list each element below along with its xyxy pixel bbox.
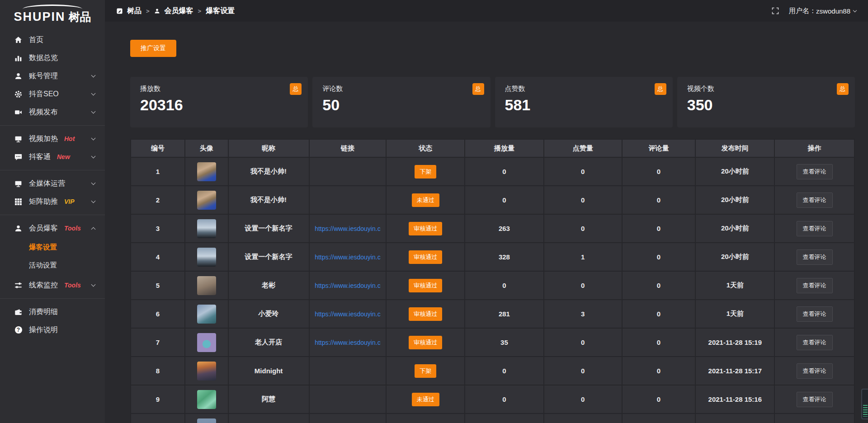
sidebar-item-douyin-seo[interactable]: 抖音SEO bbox=[0, 85, 105, 103]
chevron-down-icon bbox=[91, 91, 96, 95]
sidebar-item-member-baoke[interactable]: 会员爆客 Tools bbox=[0, 219, 105, 237]
view-comments-button[interactable]: 查看评论 bbox=[797, 363, 833, 379]
row-likes: 0 bbox=[544, 385, 623, 414]
sidebar-item-label: 矩阵助推 bbox=[29, 197, 58, 207]
status-badge: 审核通过 bbox=[409, 336, 442, 349]
sidebar-item-matrix-boost[interactable]: 矩阵助推 VIP bbox=[0, 193, 105, 211]
sidebar-item-home[interactable]: 首页 bbox=[0, 31, 105, 49]
member-icon bbox=[14, 225, 22, 232]
sidebar-subitem-baoke-settings[interactable]: 爆客设置 bbox=[0, 238, 105, 256]
sidebar-item-video-publish[interactable]: 视频发布 bbox=[0, 103, 105, 121]
total-badge: 总 bbox=[472, 83, 484, 95]
chevron-down-icon bbox=[91, 73, 96, 77]
row-likes bbox=[544, 414, 623, 423]
stat-card-comments: 评论数 50 总 bbox=[312, 77, 490, 127]
sidebar-item-label: 抖客通 bbox=[29, 152, 51, 162]
column-header: 播放量 bbox=[465, 140, 544, 158]
fullscreen-icon[interactable] bbox=[772, 7, 779, 14]
row-time: 20小时前 bbox=[696, 243, 775, 272]
view-comments-button[interactable]: 查看评论 bbox=[797, 221, 833, 236]
row-nickname: 阿慧 bbox=[229, 385, 310, 414]
chevron-down-icon bbox=[91, 198, 96, 203]
row-link[interactable]: https://www.iesdouyin.c bbox=[315, 310, 381, 318]
sidebar-item-label: 视频发布 bbox=[29, 108, 58, 117]
row-id: 2 bbox=[131, 186, 185, 215]
row-link[interactable]: https://www.iesdouyin.c bbox=[315, 282, 381, 289]
row-id: 6 bbox=[131, 300, 185, 329]
sidebar-item-account[interactable]: 账号管理 bbox=[0, 67, 105, 85]
sidebar-item-label: 账号管理 bbox=[29, 71, 58, 81]
avatar bbox=[197, 162, 216, 181]
breadcrumb-item-root[interactable]: 树品 bbox=[127, 6, 142, 16]
table-header-row: 编号 头像 昵称 链接 状态 播放量 点赞量 评论量 发布时间 操作 bbox=[131, 140, 855, 158]
sidebar-item-consumption[interactable]: 消费明细 bbox=[0, 303, 105, 321]
sidebar-item-clue-monitor[interactable]: 线索监控 Tools bbox=[0, 276, 105, 294]
sidebar-item-douketong[interactable]: 抖客通 New bbox=[0, 148, 105, 166]
row-link[interactable]: https://www.iesdouyin.c bbox=[315, 339, 381, 346]
status-badge: 下架 bbox=[415, 165, 436, 179]
view-comments-button[interactable]: 查看评论 bbox=[797, 249, 833, 265]
sidebar-item-instructions[interactable]: ? 操作说明 bbox=[0, 321, 105, 339]
row-nickname: 设置一个新名字 bbox=[229, 215, 310, 243]
row-id: 8 bbox=[131, 357, 185, 385]
row-comments: 0 bbox=[623, 215, 696, 243]
row-comments: 0 bbox=[623, 158, 696, 186]
table-row: 2 我不是小帅! 未通过 0 0 0 20小时前 查看评论 bbox=[131, 186, 855, 215]
row-avatar-cell bbox=[185, 243, 229, 272]
sidebar-item-label: 首页 bbox=[29, 35, 43, 45]
breadcrumb-item-section[interactable]: 会员爆客 bbox=[165, 6, 193, 16]
row-id: 1 bbox=[131, 158, 185, 186]
view-comments-button[interactable]: 查看评论 bbox=[797, 193, 833, 208]
column-header: 状态 bbox=[387, 140, 465, 158]
table-row: 1 我不是小帅! 下架 0 0 0 20小时前 查看评论 bbox=[131, 158, 855, 186]
table-row: 6 小爱玲 https://www.iesdouyin.c 审核通过 281 3… bbox=[131, 300, 855, 329]
row-id: 7 bbox=[131, 329, 185, 357]
promo-settings-button[interactable]: 推广设置 bbox=[130, 40, 176, 57]
row-avatar-cell bbox=[185, 272, 229, 300]
row-link[interactable]: https://www.iesdouyin.c bbox=[315, 254, 381, 261]
monitor-icon bbox=[14, 135, 22, 143]
row-comments: 0 bbox=[623, 300, 696, 329]
stat-card-plays: 播放数 20316 总 bbox=[130, 77, 308, 127]
row-plays: 263 bbox=[465, 215, 544, 243]
sidebar-subitem-activity-settings[interactable]: 活动设置 bbox=[0, 256, 105, 274]
status-badge: 下架 bbox=[415, 364, 436, 378]
row-time: 2021-11-28 15:16 bbox=[696, 385, 775, 414]
sidebar-item-video-heat[interactable]: 视频加热 Hot bbox=[0, 130, 105, 148]
view-comments-button[interactable]: 查看评论 bbox=[797, 164, 833, 179]
row-comments: 0 bbox=[623, 272, 696, 300]
view-comments-button[interactable]: 查看评论 bbox=[797, 278, 833, 293]
table-body: 1 我不是小帅! 下架 0 0 0 20小时前 查看评论 2 我不是小帅! 未通… bbox=[131, 158, 855, 423]
floating-widget[interactable] bbox=[861, 389, 868, 419]
view-comments-button[interactable]: 查看评论 bbox=[797, 392, 833, 407]
column-header: 评论量 bbox=[623, 140, 696, 158]
avatar bbox=[197, 248, 216, 267]
stat-value: 350 bbox=[687, 96, 845, 114]
view-comments-button[interactable]: 查看评论 bbox=[797, 306, 833, 322]
sidebar-item-media-ops[interactable]: 全媒体运营 bbox=[0, 174, 105, 193]
sidebar-item-label: 线索监控 bbox=[29, 281, 58, 290]
avatar bbox=[197, 305, 216, 324]
row-nickname: 设置一个新名字 bbox=[229, 243, 310, 272]
sidebar-item-label: 抖音SEO bbox=[29, 89, 59, 99]
table-row: 3 设置一个新名字 https://www.iesdouyin.c 审核通过 2… bbox=[131, 215, 855, 243]
row-time: 1天前 bbox=[696, 272, 775, 300]
tools-tag: Tools bbox=[64, 225, 81, 232]
chevron-down-icon bbox=[91, 154, 96, 158]
view-comments-button[interactable]: 查看评论 bbox=[797, 335, 833, 350]
row-plays: 0 bbox=[465, 186, 544, 215]
avatar bbox=[197, 276, 216, 295]
row-plays: 0 bbox=[465, 158, 544, 186]
row-likes: 0 bbox=[544, 186, 623, 215]
row-likes: 1 bbox=[544, 243, 623, 272]
user-menu[interactable]: 用户名： zswodun88 bbox=[789, 7, 856, 15]
sidebar-item-label: 数据总览 bbox=[29, 53, 58, 63]
home-icon bbox=[14, 36, 22, 44]
row-avatar-cell bbox=[185, 357, 229, 385]
status-badge: 未通过 bbox=[412, 393, 439, 406]
sidebar-item-data-overview[interactable]: 数据总览 bbox=[0, 49, 105, 67]
row-nickname: 老人开店 bbox=[229, 329, 310, 357]
row-comments bbox=[623, 414, 696, 423]
row-link[interactable]: https://www.iesdouyin.c bbox=[315, 225, 381, 232]
table-row: 10 查看评论 bbox=[131, 414, 855, 423]
